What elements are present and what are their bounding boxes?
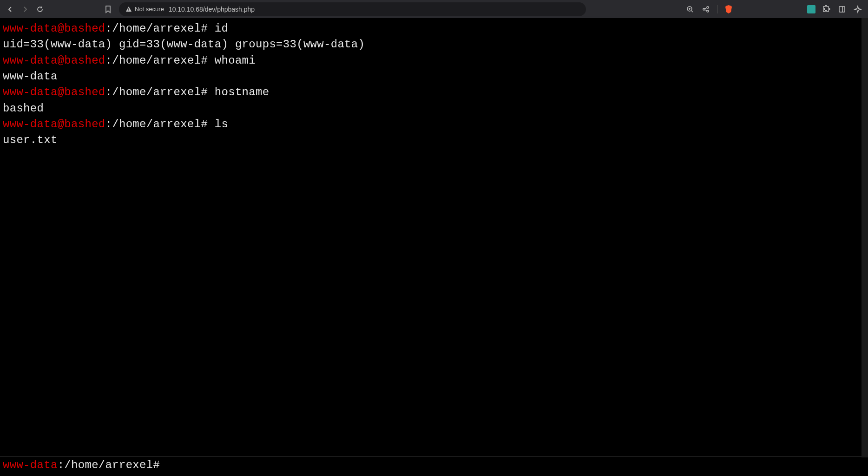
prompt-path: :/home/arrexel# xyxy=(105,118,208,130)
toolbar-divider xyxy=(717,5,717,13)
svg-rect-0 xyxy=(128,8,129,10)
terminal-output[interactable]: www-data@bashed:/home/arrexel# id uid=33… xyxy=(0,18,868,456)
svg-rect-11 xyxy=(839,7,845,12)
svg-rect-1 xyxy=(128,10,129,11)
sidebar-icon[interactable] xyxy=(835,3,848,16)
command-text: hostname xyxy=(208,86,269,98)
zoom-icon[interactable] xyxy=(684,3,697,16)
svg-point-6 xyxy=(703,8,705,10)
prompt-current-user: www-data xyxy=(3,459,58,471)
security-indicator[interactable]: Not secure xyxy=(125,6,164,13)
output-line: bashed xyxy=(3,101,865,117)
share-icon[interactable] xyxy=(699,3,712,16)
extensions-icon[interactable] xyxy=(820,3,833,16)
prompt-user-host: www-data@bashed xyxy=(3,22,105,35)
command-text: whoami xyxy=(208,54,256,67)
terminal-line: www-data@bashed:/home/arrexel# id xyxy=(3,21,865,37)
browser-toolbar: Not secure 10.10.10.68/dev/phpbash.php xyxy=(0,0,868,18)
forward-button[interactable] xyxy=(19,3,32,16)
address-bar[interactable]: Not secure 10.10.10.68/dev/phpbash.php xyxy=(119,2,586,16)
bookmark-button[interactable] xyxy=(101,3,114,16)
back-button[interactable] xyxy=(4,3,17,16)
command-input-bar[interactable]: www-data:/home/arrexel# xyxy=(0,456,868,476)
terminal-line: www-data@bashed:/home/arrexel# whoami xyxy=(3,53,865,69)
output-line: user.txt xyxy=(3,132,865,148)
svg-point-8 xyxy=(707,10,709,12)
prompt-path: :/home/arrexel# xyxy=(105,22,208,35)
scrollbar[interactable] xyxy=(861,18,868,457)
prompt-user-host: www-data@bashed xyxy=(3,86,105,98)
output-line: uid=33(www-data) gid=33(www-data) groups… xyxy=(3,37,865,52)
extension-icon-1[interactable] xyxy=(806,4,817,15)
output-line: www-data xyxy=(3,69,865,85)
svg-point-7 xyxy=(707,7,709,8)
prompt-user-host: www-data@bashed xyxy=(3,118,105,130)
prompt-path: :/home/arrexel# xyxy=(105,86,208,98)
reload-button[interactable] xyxy=(33,3,46,16)
security-label: Not secure xyxy=(135,6,164,13)
prompt-path: :/home/arrexel# xyxy=(105,54,208,67)
svg-line-10 xyxy=(705,9,707,10)
prompt-current-path: :/home/arrexel# xyxy=(58,459,160,471)
command-text: id xyxy=(208,22,228,35)
svg-line-9 xyxy=(705,7,707,8)
brave-shields-icon[interactable] xyxy=(722,3,735,16)
sparkle-icon[interactable] xyxy=(851,3,864,16)
url-text: 10.10.10.68/dev/phpbash.php xyxy=(169,6,255,13)
prompt-user-host: www-data@bashed xyxy=(3,54,105,67)
terminal-line: www-data@bashed:/home/arrexel# hostname xyxy=(3,85,865,100)
warning-icon xyxy=(125,6,132,13)
terminal-line: www-data@bashed:/home/arrexel# ls xyxy=(3,117,865,132)
svg-line-3 xyxy=(691,11,693,12)
command-text: ls xyxy=(208,118,228,130)
